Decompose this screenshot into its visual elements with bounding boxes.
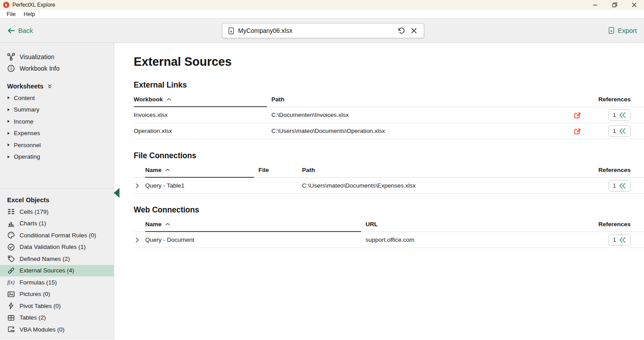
- chevron-right-icon: [135, 183, 139, 188]
- sidebar-item-charts[interactable]: Charts (1): [0, 218, 114, 230]
- sidebar-worksheet-summary[interactable]: Summary: [0, 104, 114, 116]
- excel-export-icon: x: [608, 27, 615, 34]
- picture-icon: [7, 290, 15, 298]
- export-button[interactable]: x Export: [608, 27, 637, 34]
- triangle-right-icon: [8, 108, 10, 111]
- column-label: Name: [145, 167, 162, 173]
- references-badge[interactable]: 1: [608, 125, 631, 137]
- name-cell: Query - Table1: [145, 182, 258, 189]
- menu-help[interactable]: Help: [20, 10, 39, 18]
- open-external-file-button[interactable]: [572, 126, 583, 136]
- excel-objects-header-label: Excel Objects: [7, 196, 49, 204]
- sidebar-worksheet-content[interactable]: Content: [0, 92, 114, 104]
- sidebar-worksheet-operating[interactable]: Operating: [0, 151, 114, 163]
- check-circle-icon: [7, 243, 15, 251]
- svg-text:f(x): f(x): [8, 280, 15, 285]
- formula-icon: f(x): [7, 278, 15, 286]
- worksheet-label: Content: [14, 95, 35, 101]
- sidebar-item-conditional-format-rules[interactable]: Conditional Format Rules (0): [0, 229, 114, 241]
- sidebar-worksheet-expenses[interactable]: Expenses: [0, 128, 114, 140]
- sidebar-item-external-sources[interactable]: External Sources (4): [0, 265, 114, 277]
- references-badge[interactable]: 1: [608, 234, 631, 246]
- palette-icon: [7, 231, 15, 239]
- open-external-file-button[interactable]: [572, 110, 583, 120]
- sidebar-item-tables[interactable]: Tables (2): [0, 312, 114, 324]
- triangle-right-icon: [8, 156, 10, 158]
- column-header-references[interactable]: References: [564, 167, 631, 173]
- column-header-url[interactable]: URL: [366, 221, 564, 228]
- workbook-cell: Operation.xlsx: [134, 128, 271, 134]
- column-header-path[interactable]: Path: [302, 167, 564, 173]
- worksheets-section-header[interactable]: Worksheets: [0, 80, 114, 92]
- minimize-button[interactable]: [585, 0, 605, 10]
- sort-asc-icon: [167, 98, 171, 101]
- sidebar-item-vba-modules[interactable]: VBA Modules (0): [0, 324, 114, 336]
- visualization-icon: [7, 53, 15, 61]
- sidebar-item-visualization[interactable]: Visualization: [0, 51, 114, 63]
- chevron-right-icon: [135, 237, 139, 243]
- sidebar-item-workbook-info[interactable]: Workbook Info: [0, 63, 114, 74]
- object-label: Conditional Format Rules (0): [20, 232, 96, 239]
- table-row[interactable]: Invoices.xlsx C:\Documenten\Invoices.xls…: [134, 107, 644, 123]
- column-header-file[interactable]: File: [258, 167, 302, 173]
- close-icon: [411, 28, 417, 34]
- external-links-table: Workbook Path References Invoices.xlsx C…: [134, 92, 644, 139]
- close-button[interactable]: [624, 0, 644, 10]
- worksheet-label: Operating: [14, 153, 40, 160]
- expand-row-button[interactable]: [134, 182, 141, 190]
- table-header-row: Name File Path References: [134, 163, 644, 178]
- reload-file-button[interactable]: [396, 26, 406, 36]
- object-label: Pivot Tables (0): [20, 303, 61, 309]
- restore-button[interactable]: [605, 0, 624, 10]
- back-button[interactable]: Back: [7, 27, 33, 34]
- name-cell: Query - Document: [145, 236, 366, 243]
- sidebar-item-data-validation-rules[interactable]: Data Validation Rules (1): [0, 241, 114, 253]
- references-badge[interactable]: 1: [608, 109, 631, 121]
- table-row[interactable]: Query - Document support.office.com 1: [134, 232, 644, 248]
- close-file-button[interactable]: [409, 26, 418, 35]
- column-header-workbook[interactable]: Workbook: [134, 92, 271, 107]
- worksheet-label: Income: [14, 118, 33, 125]
- menu-file[interactable]: File: [3, 10, 20, 18]
- sidebar-item-pivot-tables[interactable]: Pivot Tables (0): [0, 300, 114, 312]
- table-row[interactable]: Operation.xlsx C:\Users\mateo\Documents\…: [134, 123, 644, 139]
- references-count: 1: [613, 112, 616, 118]
- table-row[interactable]: Query - Table1 C:\Users\mateo\Documents\…: [134, 178, 644, 194]
- column-header-references[interactable]: References: [591, 96, 631, 103]
- app-logo-icon: [3, 2, 9, 8]
- triangle-right-icon: [8, 96, 10, 99]
- column-header-path[interactable]: Path: [271, 96, 564, 103]
- sidebar-item-label: Workbook Info: [20, 65, 60, 72]
- link-icon: [7, 267, 15, 275]
- column-label: Workbook: [134, 96, 163, 103]
- references-badge[interactable]: 1: [608, 180, 631, 192]
- object-label: VBA Modules (0): [20, 326, 64, 333]
- references-icon: [619, 128, 626, 134]
- triangle-right-icon: [8, 132, 10, 135]
- workbook-cell: Invoices.xlsx: [134, 112, 271, 118]
- sidebar-item-formulas[interactable]: f(x) Formulas (15): [0, 276, 114, 288]
- worksheets-header-label: Worksheets: [7, 83, 44, 90]
- open-file-box[interactable]: x MyCompany06.xlsx: [222, 23, 424, 38]
- file-connections-table: Name File Path References Query - Table1…: [134, 163, 644, 194]
- sidebar-item-cells[interactable]: Cells (179): [0, 206, 114, 218]
- sidebar-item-defined-names[interactable]: Defined Names (2): [0, 253, 114, 265]
- triangle-right-icon: [8, 120, 10, 123]
- double-chevron-down-icon: [47, 84, 52, 89]
- column-header-references[interactable]: References: [564, 221, 631, 228]
- column-label: Name: [145, 221, 162, 228]
- object-label: Data Validation Rules (1): [20, 244, 86, 250]
- info-icon: [7, 64, 15, 72]
- table-header-row: Workbook Path References: [134, 92, 644, 107]
- column-header-name[interactable]: Name: [145, 217, 366, 232]
- sidebar-worksheet-personnel[interactable]: Personnel: [0, 139, 114, 151]
- header-toolbar: Back x MyCompany06.xlsx x Export: [0, 19, 644, 43]
- tag-icon: [7, 255, 15, 263]
- references-count: 1: [613, 128, 616, 134]
- column-header-name[interactable]: Name: [145, 163, 258, 177]
- expand-row-button[interactable]: [134, 236, 141, 244]
- sidebar-collapse-arrow[interactable]: [114, 188, 119, 198]
- worksheet-label: Personnel: [14, 142, 41, 148]
- sidebar-item-pictures[interactable]: Pictures (0): [0, 288, 114, 300]
- sidebar-worksheet-income[interactable]: Income: [0, 116, 114, 128]
